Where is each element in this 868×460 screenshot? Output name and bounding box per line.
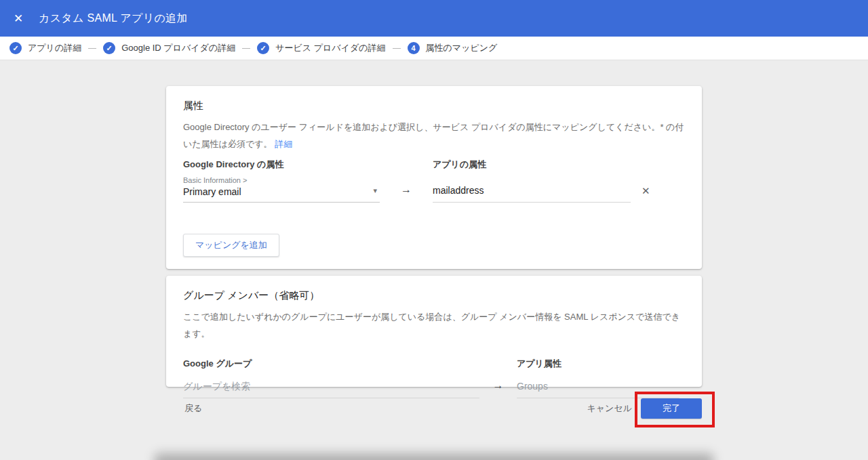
finish-button[interactable]: 完了 <box>641 398 702 419</box>
step-label: サービス プロバイダの詳細 <box>275 42 385 54</box>
attributes-card: 属性 Google Directory のユーザー フィールドを追加および選択し… <box>166 86 702 269</box>
stepper-step-attribute-mapping[interactable]: 4 属性のマッピング <box>408 42 498 54</box>
groups-app-attribute-input[interactable] <box>517 381 679 398</box>
step-separator <box>242 48 250 49</box>
attribute-mapping-row: Basic Information > Primary email ▾ → ✕ <box>183 176 685 203</box>
header-spacer <box>479 358 517 370</box>
close-icon[interactable]: ✕ <box>12 13 25 24</box>
step-complete-check-icon: ✓ <box>257 42 269 54</box>
dialog-body: 属性 Google Directory のユーザー フィールドを追加および選択し… <box>0 60 868 460</box>
directory-attribute-select[interactable]: Basic Information > Primary email ▾ <box>183 176 380 203</box>
app-attribute-input[interactable] <box>433 185 631 203</box>
group-membership-card: グループ メンバー（省略可） ここで追加したいずれかのグループにユーザーが属して… <box>166 276 702 387</box>
step-number-icon: 4 <box>408 42 420 54</box>
group-card-description: ここで追加したいずれかのグループにユーザーが属している場合は、グループ メンバー… <box>183 308 685 343</box>
back-button[interactable]: 戻る <box>184 402 202 415</box>
step-separator <box>88 48 96 49</box>
remove-mapping-icon[interactable]: ✕ <box>642 185 650 203</box>
attributes-card-title: 属性 <box>183 100 685 112</box>
google-groups-header: Google グループ <box>183 358 479 370</box>
app-attribute-header: アプリの属性 <box>433 159 631 171</box>
attributes-column-headers: Google Directory の属性 アプリの属性 <box>183 159 685 171</box>
group-column-headers: Google グループ アプリ属性 <box>183 358 685 370</box>
stepper-step-google-idp-details[interactable]: ✓ Google ID プロバイダの詳細 <box>103 42 235 54</box>
step-label: アプリの詳細 <box>28 42 81 54</box>
app-attribute-header: アプリ属性 <box>517 358 679 370</box>
select-category-label: Basic Information > <box>183 176 380 184</box>
add-custom-saml-app-dialog: ✕ カスタム SAML アプリの追加 ✓ アプリの詳細 ✓ Google ID … <box>0 0 868 460</box>
google-directory-attribute-header: Google Directory の属性 <box>183 159 380 171</box>
step-complete-check-icon: ✓ <box>9 42 22 54</box>
stepper-step-app-details[interactable]: ✓ アプリの詳細 <box>9 42 81 54</box>
group-card-title: グループ メンバー（省略可） <box>183 289 685 302</box>
step-label: Google ID プロバイダの詳細 <box>121 42 235 54</box>
learn-more-link[interactable]: 詳細 <box>275 139 292 149</box>
stepper-step-service-provider-details[interactable]: ✓ サービス プロバイダの詳細 <box>257 42 385 54</box>
map-arrow-icon: → <box>479 379 517 398</box>
stepper: ✓ アプリの詳細 ✓ Google ID プロバイダの詳細 ✓ サービス プロバ… <box>0 37 868 60</box>
dialog-header: ✕ カスタム SAML アプリの追加 <box>0 0 868 37</box>
header-spacer <box>380 159 433 171</box>
dropdown-arrow-icon: ▾ <box>373 186 377 195</box>
step-separator <box>393 48 401 49</box>
group-mapping-row: → <box>183 379 685 398</box>
step-label: 属性のマッピング <box>426 42 498 54</box>
dialog-footer: 戻る キャンセル 完了 <box>166 398 702 419</box>
select-selected-value: Primary email <box>183 186 380 197</box>
dialog-title: カスタム SAML アプリの追加 <box>39 12 188 26</box>
attributes-card-description: Google Directory のユーザー フィールドを追加および選択し、サー… <box>183 119 685 153</box>
add-mapping-button[interactable]: マッピングを追加 <box>183 234 279 257</box>
cancel-button[interactable]: キャンセル <box>587 402 632 415</box>
step-complete-check-icon: ✓ <box>103 42 115 54</box>
description-text: Google Directory のユーザー フィールドを追加および選択し、サー… <box>183 122 684 149</box>
map-arrow-icon: → <box>380 184 433 203</box>
group-search-input[interactable] <box>183 381 479 398</box>
